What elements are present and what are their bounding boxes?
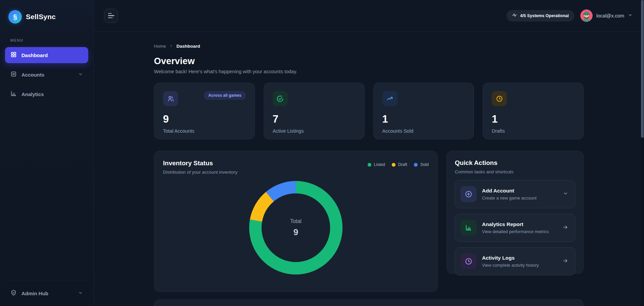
chevron-down-icon: [78, 72, 83, 78]
sidebar-item-accounts[interactable]: Accounts: [5, 67, 88, 83]
bar-chart-icon: [10, 90, 17, 98]
chart-legend: Listed Draft Sold: [368, 162, 429, 167]
sidebar: § SellSync MENU Dashboard Accounts: [0, 0, 94, 306]
stat-card-active-listings: 7 Active Listings: [264, 83, 365, 139]
chevron-down-icon: [628, 13, 633, 19]
check-circle-icon: [273, 91, 288, 106]
app-logo-icon: §: [8, 10, 22, 24]
action-title: Activity Logs: [482, 255, 539, 261]
scrollbar-track[interactable]: [641, 0, 644, 306]
legend-item-sold: Sold: [414, 162, 429, 167]
page-subtitle: Welcome back! Here's what's happening wi…: [154, 69, 584, 74]
sidebar-toggle-button[interactable]: [104, 9, 118, 23]
arrow-right-icon: [562, 224, 568, 231]
action-analytics-report[interactable]: Analytics Report View detailed performan…: [455, 214, 575, 242]
sidebar-item-label: Accounts: [21, 72, 44, 78]
legend-label: Sold: [420, 162, 429, 167]
quick-actions-title: Quick Actions: [455, 159, 575, 167]
legend-dot-draft: [392, 163, 395, 167]
stat-card-drafts: 1 Drafts: [483, 83, 584, 139]
action-title: Analytics Report: [482, 221, 549, 227]
avatar: [580, 9, 593, 22]
inventory-donut-chart: Total 9: [248, 180, 343, 275]
action-add-account[interactable]: Add Account Create a new game account: [455, 180, 575, 208]
quick-actions-subtitle: Common tasks and shortcuts: [455, 169, 575, 174]
legend-dot-sold: [414, 163, 418, 167]
list-box-icon: [10, 71, 17, 78]
trending-up-icon: [382, 91, 397, 106]
quick-actions-panel: Quick Actions Common tasks and shortcuts…: [446, 151, 584, 274]
breadcrumb-current: Dashboard: [176, 44, 200, 49]
shield-check-icon: [10, 290, 17, 297]
next-section-panel-partial: [154, 299, 584, 306]
activity-pulse-icon: [512, 12, 517, 19]
stat-card-accounts-sold: 1 Accounts Sold: [373, 83, 474, 139]
main-area: 4/5 Systems Operational: [94, 0, 644, 306]
menu-section-label: MENU: [10, 38, 88, 42]
legend-label: Listed: [374, 162, 385, 167]
breadcrumb-home[interactable]: Home: [154, 44, 166, 49]
chevron-right-icon: [169, 44, 173, 48]
sidebar-item-dashboard[interactable]: Dashboard: [5, 47, 88, 63]
inventory-subtitle: Distribution of your account inventory: [163, 170, 237, 175]
bar-chart-icon: [461, 220, 477, 236]
stat-label: Active Listings: [273, 128, 356, 134]
stat-badge: Across all games: [204, 91, 246, 100]
scrollbar-thumb[interactable]: [641, 0, 644, 138]
users-icon: [163, 91, 178, 106]
stat-value: 1: [492, 113, 575, 125]
stat-value: 7: [273, 113, 356, 125]
sidebar-footer: Admin Hub: [5, 281, 88, 301]
sidebar-item-label: Dashboard: [21, 52, 48, 58]
inventory-title: Inventory Status: [163, 160, 237, 167]
legend-dot-listed: [368, 163, 371, 167]
breadcrumb: Home Dashboard: [154, 44, 584, 49]
stat-label: Accounts Sold: [382, 128, 465, 134]
user-menu[interactable]: local@x.com: [580, 9, 633, 22]
app-name: SellSync: [26, 13, 56, 21]
stat-value: 1: [382, 113, 465, 125]
stat-label: Total Accounts: [163, 128, 246, 134]
stats-row: Across all games 9 Total Accounts 7: [154, 83, 584, 139]
user-email: local@x.com: [596, 13, 624, 18]
systems-status-badge[interactable]: 4/5 Systems Operational: [506, 10, 574, 21]
content: Home Dashboard Overview Welcome back! He…: [94, 32, 644, 306]
status-badge-label: 4/5 Systems Operational: [520, 13, 569, 18]
grid-icon: [10, 51, 17, 59]
action-subtitle: View complete activity history: [482, 263, 539, 268]
action-subtitle: Create a new game account: [482, 195, 537, 201]
plus-circle-icon: [461, 186, 477, 202]
sidebar-item-admin-hub[interactable]: Admin Hub: [5, 285, 88, 301]
clock-icon: [461, 253, 477, 269]
action-subtitle: View detailed performance metrics: [482, 229, 549, 234]
app-logo[interactable]: § SellSync: [5, 10, 88, 24]
inventory-status-panel: Inventory Status Distribution of your ac…: [154, 151, 438, 292]
chevron-down-icon: [563, 191, 568, 198]
stat-card-total-accounts: Across all games 9 Total Accounts: [154, 83, 255, 139]
clock-icon: [492, 91, 507, 106]
donut-svg: [248, 180, 343, 275]
legend-item-listed: Listed: [368, 162, 385, 167]
topbar: 4/5 Systems Operational: [94, 0, 644, 32]
stat-value: 9: [163, 113, 246, 125]
page-title: Overview: [154, 56, 584, 67]
sidebar-item-label: Admin Hub: [21, 291, 48, 296]
sidebar-item-label: Analytics: [21, 91, 44, 97]
arrow-right-icon: [562, 258, 568, 265]
sidebar-item-analytics[interactable]: Analytics: [5, 86, 88, 102]
action-activity-logs[interactable]: Activity Logs View complete activity his…: [455, 247, 575, 275]
legend-label: Draft: [398, 162, 407, 167]
action-title: Add Account: [482, 188, 537, 194]
legend-item-draft: Draft: [392, 162, 407, 167]
stat-label: Drafts: [492, 128, 575, 134]
chevron-down-icon: [78, 291, 83, 296]
